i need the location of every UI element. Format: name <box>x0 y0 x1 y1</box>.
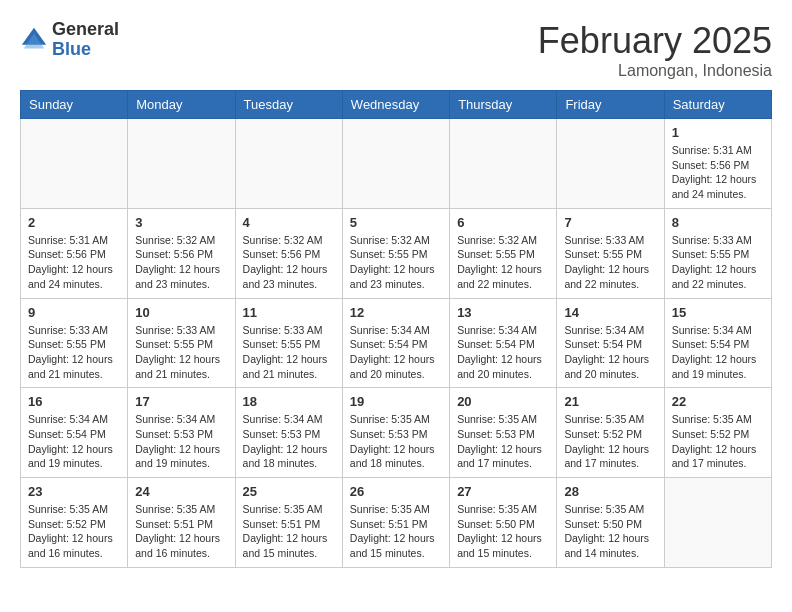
calendar-cell <box>235 119 342 209</box>
calendar-cell: 10Sunrise: 5:33 AM Sunset: 5:55 PM Dayli… <box>128 298 235 388</box>
day-number: 4 <box>243 215 335 230</box>
day-info: Sunrise: 5:34 AM Sunset: 5:54 PM Dayligh… <box>672 323 764 382</box>
calendar-cell: 8Sunrise: 5:33 AM Sunset: 5:55 PM Daylig… <box>664 208 771 298</box>
weekday-header-tuesday: Tuesday <box>235 91 342 119</box>
calendar-cell: 12Sunrise: 5:34 AM Sunset: 5:54 PM Dayli… <box>342 298 449 388</box>
day-number: 28 <box>564 484 656 499</box>
weekday-header-thursday: Thursday <box>450 91 557 119</box>
day-number: 21 <box>564 394 656 409</box>
calendar-cell: 28Sunrise: 5:35 AM Sunset: 5:50 PM Dayli… <box>557 478 664 568</box>
day-number: 18 <box>243 394 335 409</box>
day-info: Sunrise: 5:35 AM Sunset: 5:50 PM Dayligh… <box>457 502 549 561</box>
day-number: 16 <box>28 394 120 409</box>
day-info: Sunrise: 5:35 AM Sunset: 5:51 PM Dayligh… <box>350 502 442 561</box>
calendar-cell: 13Sunrise: 5:34 AM Sunset: 5:54 PM Dayli… <box>450 298 557 388</box>
week-row-4: 16Sunrise: 5:34 AM Sunset: 5:54 PM Dayli… <box>21 388 772 478</box>
calendar-cell: 22Sunrise: 5:35 AM Sunset: 5:52 PM Dayli… <box>664 388 771 478</box>
day-info: Sunrise: 5:34 AM Sunset: 5:54 PM Dayligh… <box>564 323 656 382</box>
calendar-cell: 11Sunrise: 5:33 AM Sunset: 5:55 PM Dayli… <box>235 298 342 388</box>
calendar-cell: 1Sunrise: 5:31 AM Sunset: 5:56 PM Daylig… <box>664 119 771 209</box>
calendar-cell: 27Sunrise: 5:35 AM Sunset: 5:50 PM Dayli… <box>450 478 557 568</box>
calendar-cell: 21Sunrise: 5:35 AM Sunset: 5:52 PM Dayli… <box>557 388 664 478</box>
day-info: Sunrise: 5:33 AM Sunset: 5:55 PM Dayligh… <box>28 323 120 382</box>
day-number: 19 <box>350 394 442 409</box>
calendar-cell: 19Sunrise: 5:35 AM Sunset: 5:53 PM Dayli… <box>342 388 449 478</box>
day-info: Sunrise: 5:33 AM Sunset: 5:55 PM Dayligh… <box>672 233 764 292</box>
calendar-cell <box>128 119 235 209</box>
day-number: 10 <box>135 305 227 320</box>
day-info: Sunrise: 5:32 AM Sunset: 5:56 PM Dayligh… <box>135 233 227 292</box>
day-info: Sunrise: 5:33 AM Sunset: 5:55 PM Dayligh… <box>135 323 227 382</box>
weekday-header-saturday: Saturday <box>664 91 771 119</box>
calendar-cell <box>664 478 771 568</box>
day-number: 7 <box>564 215 656 230</box>
day-number: 1 <box>672 125 764 140</box>
day-number: 6 <box>457 215 549 230</box>
day-number: 24 <box>135 484 227 499</box>
calendar-cell: 16Sunrise: 5:34 AM Sunset: 5:54 PM Dayli… <box>21 388 128 478</box>
calendar-table: SundayMondayTuesdayWednesdayThursdayFrid… <box>20 90 772 568</box>
calendar-cell: 2Sunrise: 5:31 AM Sunset: 5:56 PM Daylig… <box>21 208 128 298</box>
day-info: Sunrise: 5:35 AM Sunset: 5:52 PM Dayligh… <box>28 502 120 561</box>
day-info: Sunrise: 5:35 AM Sunset: 5:50 PM Dayligh… <box>564 502 656 561</box>
weekday-header-friday: Friday <box>557 91 664 119</box>
day-info: Sunrise: 5:34 AM Sunset: 5:54 PM Dayligh… <box>28 412 120 471</box>
day-info: Sunrise: 5:33 AM Sunset: 5:55 PM Dayligh… <box>243 323 335 382</box>
calendar-cell: 18Sunrise: 5:34 AM Sunset: 5:53 PM Dayli… <box>235 388 342 478</box>
day-number: 3 <box>135 215 227 230</box>
weekday-header-wednesday: Wednesday <box>342 91 449 119</box>
day-info: Sunrise: 5:35 AM Sunset: 5:51 PM Dayligh… <box>243 502 335 561</box>
location: Lamongan, Indonesia <box>538 62 772 80</box>
day-info: Sunrise: 5:31 AM Sunset: 5:56 PM Dayligh… <box>672 143 764 202</box>
week-row-5: 23Sunrise: 5:35 AM Sunset: 5:52 PM Dayli… <box>21 478 772 568</box>
calendar-cell: 9Sunrise: 5:33 AM Sunset: 5:55 PM Daylig… <box>21 298 128 388</box>
day-info: Sunrise: 5:33 AM Sunset: 5:55 PM Dayligh… <box>564 233 656 292</box>
calendar-cell: 5Sunrise: 5:32 AM Sunset: 5:55 PM Daylig… <box>342 208 449 298</box>
logo-blue: Blue <box>52 40 119 60</box>
weekday-header-monday: Monday <box>128 91 235 119</box>
calendar-cell: 23Sunrise: 5:35 AM Sunset: 5:52 PM Dayli… <box>21 478 128 568</box>
day-number: 13 <box>457 305 549 320</box>
calendar-cell: 3Sunrise: 5:32 AM Sunset: 5:56 PM Daylig… <box>128 208 235 298</box>
day-number: 8 <box>672 215 764 230</box>
day-info: Sunrise: 5:34 AM Sunset: 5:53 PM Dayligh… <box>135 412 227 471</box>
day-number: 11 <box>243 305 335 320</box>
day-number: 26 <box>350 484 442 499</box>
calendar-cell: 24Sunrise: 5:35 AM Sunset: 5:51 PM Dayli… <box>128 478 235 568</box>
calendar-cell <box>21 119 128 209</box>
month-title: February 2025 <box>538 20 772 62</box>
logo-text: General Blue <box>52 20 119 60</box>
day-info: Sunrise: 5:35 AM Sunset: 5:53 PM Dayligh… <box>457 412 549 471</box>
day-info: Sunrise: 5:35 AM Sunset: 5:52 PM Dayligh… <box>564 412 656 471</box>
weekday-header-row: SundayMondayTuesdayWednesdayThursdayFrid… <box>21 91 772 119</box>
calendar-cell <box>342 119 449 209</box>
title-area: February 2025 Lamongan, Indonesia <box>538 20 772 80</box>
day-number: 14 <box>564 305 656 320</box>
page-header: General Blue February 2025 Lamongan, Ind… <box>20 20 772 80</box>
calendar-cell: 6Sunrise: 5:32 AM Sunset: 5:55 PM Daylig… <box>450 208 557 298</box>
day-info: Sunrise: 5:32 AM Sunset: 5:55 PM Dayligh… <box>350 233 442 292</box>
week-row-1: 1Sunrise: 5:31 AM Sunset: 5:56 PM Daylig… <box>21 119 772 209</box>
day-number: 23 <box>28 484 120 499</box>
calendar-cell: 26Sunrise: 5:35 AM Sunset: 5:51 PM Dayli… <box>342 478 449 568</box>
week-row-2: 2Sunrise: 5:31 AM Sunset: 5:56 PM Daylig… <box>21 208 772 298</box>
day-info: Sunrise: 5:34 AM Sunset: 5:54 PM Dayligh… <box>457 323 549 382</box>
logo: General Blue <box>20 20 119 60</box>
calendar-cell: 14Sunrise: 5:34 AM Sunset: 5:54 PM Dayli… <box>557 298 664 388</box>
day-number: 27 <box>457 484 549 499</box>
logo-general: General <box>52 20 119 40</box>
day-number: 25 <box>243 484 335 499</box>
weekday-header-sunday: Sunday <box>21 91 128 119</box>
logo-icon <box>20 26 48 54</box>
day-info: Sunrise: 5:34 AM Sunset: 5:53 PM Dayligh… <box>243 412 335 471</box>
calendar-cell: 25Sunrise: 5:35 AM Sunset: 5:51 PM Dayli… <box>235 478 342 568</box>
day-number: 9 <box>28 305 120 320</box>
calendar-cell: 7Sunrise: 5:33 AM Sunset: 5:55 PM Daylig… <box>557 208 664 298</box>
day-number: 20 <box>457 394 549 409</box>
week-row-3: 9Sunrise: 5:33 AM Sunset: 5:55 PM Daylig… <box>21 298 772 388</box>
day-info: Sunrise: 5:31 AM Sunset: 5:56 PM Dayligh… <box>28 233 120 292</box>
day-info: Sunrise: 5:34 AM Sunset: 5:54 PM Dayligh… <box>350 323 442 382</box>
calendar-cell <box>450 119 557 209</box>
calendar-cell: 20Sunrise: 5:35 AM Sunset: 5:53 PM Dayli… <box>450 388 557 478</box>
day-info: Sunrise: 5:35 AM Sunset: 5:52 PM Dayligh… <box>672 412 764 471</box>
